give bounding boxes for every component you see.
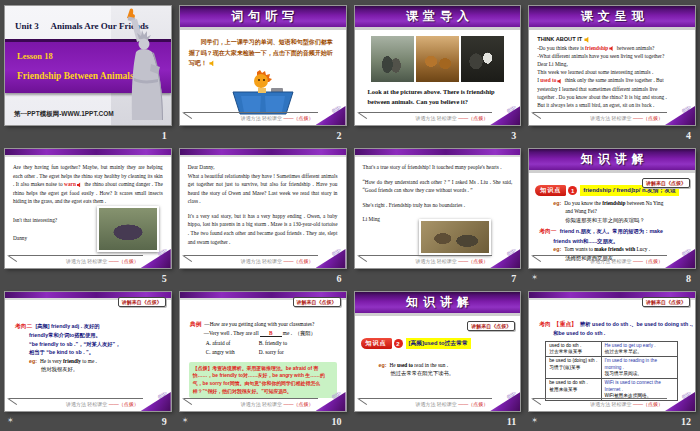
audio-speaker-icon[interactable]	[584, 37, 590, 43]
rule-keyword: friends with	[553, 238, 583, 244]
rule-title-2: 和be used to do sth .	[553, 329, 695, 337]
footer-line	[533, 112, 667, 113]
table-cell: be used to (doing) sth .习惯于(做)某事	[546, 357, 601, 379]
slide-11-thumbnail[interactable]: 知识讲解 讲解来自《点拨》 知识点 2 [高频]used to过去常常 eg:H…	[355, 292, 521, 411]
slide-header: 课堂导入	[355, 6, 521, 30]
slide-10-thumbnail[interactable]: 讲解来自《点拨》 典例—How are you getting along wi…	[180, 292, 346, 411]
slide-9-thumbnail[interactable]: 讲解来自《点拨》 考向二[高频] friendly adj . 友好的 frie…	[5, 292, 171, 411]
slide-cell-3: 课堂导入 Look at the pictures above. There i…	[355, 2, 521, 145]
cell-bar: ✶ 8	[529, 268, 695, 288]
footer-line	[184, 112, 318, 113]
slide-7-thumbnail[interactable]: That's a true story of friendship! It to…	[355, 149, 521, 268]
example-keyword: make friends with	[594, 246, 635, 252]
slide-cell-9: 讲解来自《点拨》 考向二[高频] friendly adj . 友好的 frie…	[5, 288, 171, 431]
table-row: be used to (doing) sth .习惯于(做)某事 I'm use…	[546, 357, 678, 379]
audio-speaker-icon[interactable]	[557, 79, 562, 84]
slide-sorter-grid: Unit 3 Animals Are Our Friends Lesson 18…	[0, 0, 700, 431]
slide-8-thumbnail[interactable]: 知识讲解 讲解来自《点拨》 知识点 1 friendship /ˈfrendʃɪ…	[529, 149, 695, 268]
example-text: read in the sun .	[413, 362, 448, 368]
footer-line	[9, 398, 143, 399]
knowledge-point-row: 知识点 2 [高频]used to过去常常	[361, 338, 515, 349]
slide-footer-text: 讲透方法 轻松课堂 ——（点拨）	[590, 115, 663, 121]
audio-speaker-icon[interactable]	[609, 46, 614, 51]
analysis-note-box: 【点拨】考查语境辨析。采用逻辑推理法。be afraid of 害怕……，be …	[189, 362, 337, 398]
option-b: B. friendly to	[259, 339, 312, 348]
source-badge: 讲解来自《点拨》	[467, 321, 515, 331]
footer-slogan: 讲透方法 轻松课堂	[415, 258, 458, 264]
audio-speaker-icon[interactable]	[209, 60, 215, 66]
lesson-label: Lesson 18	[17, 51, 53, 61]
footer-slogan: 讲透方法 轻松课堂	[590, 258, 633, 264]
footer-line	[359, 255, 493, 256]
option-c: C. angry with	[206, 348, 259, 357]
animation-star-icon[interactable]: ✶	[531, 417, 538, 425]
intro-caption: Look at the pictures above. There is fri…	[368, 87, 508, 107]
header-title: 课文呈现	[576, 8, 649, 25]
slide-2-thumbnail[interactable]: 词句听写 同学们，上一课学习的单词、短语和句型你们都掌握了吗？现在大家来检验一下…	[180, 6, 346, 125]
knowledge-point-number: 2	[394, 339, 403, 348]
footer-slogan: 讲透方法 轻松课堂	[415, 401, 458, 407]
question-text: me .	[282, 330, 292, 336]
slide-header: 词句听写	[180, 6, 346, 30]
knowledge-point-number: 1	[568, 186, 577, 195]
exam-point-label: 考向二	[15, 323, 32, 329]
slide-footer-text: 讲透方法 轻松课堂 ——（点拨）	[590, 258, 663, 264]
question-1-end: between animals?	[615, 45, 654, 51]
animation-star-icon[interactable]: ✶	[531, 274, 538, 282]
footer-line	[359, 398, 493, 399]
body-line: But it always lets a small bird, an egre…	[537, 101, 687, 109]
question-text: —Very well . They are all	[204, 330, 260, 336]
footer-slogan: 讲透方法 轻松课堂	[415, 115, 458, 121]
slide-cell-12: 讲解来自《点拨》 考向【重点】辨析 used to do sth .、be us…	[529, 288, 695, 431]
slide-6-thumbnail[interactable]: Dear Danny, What a beautiful relationshi…	[180, 149, 346, 268]
slide-number: 5	[162, 273, 167, 284]
header-title: 知识讲解	[401, 294, 474, 311]
slide-footer-text: 讲透方法 轻松课堂 ——（点拨）	[415, 115, 488, 121]
keyword-friendship: friendship	[585, 45, 608, 51]
footer-brand: ——（点拨）	[633, 401, 663, 407]
table-cell: I'm used to reading in the morning .我习惯早…	[601, 357, 677, 379]
salutation: Dear Li Ming,	[537, 60, 687, 68]
header-title: 课堂导入	[401, 8, 474, 25]
cell-bar: ✶ 12	[529, 411, 695, 431]
example-text: between Na Ying	[625, 200, 663, 206]
slide-number: 4	[686, 130, 691, 141]
slide-cell-10: 讲解来自《点拨》 典例—How are you getting along wi…	[180, 288, 346, 431]
slide-1-thumbnail[interactable]: Unit 3 Animals Are Our Friends Lesson 18…	[5, 6, 171, 125]
cell-bar: 7	[355, 268, 521, 288]
rule-keyword: make	[649, 228, 663, 234]
source-badge: 讲解来自《点拨》	[642, 178, 690, 188]
dictation-text: 同学们，上一课学习的单词、短语和句型你们都掌握了吗？现在大家来检验一下，点击下面…	[189, 39, 333, 66]
source-badge: 讲解来自《点拨》	[642, 297, 690, 307]
eg-label: eg:	[29, 358, 37, 364]
keyword-used-to: used to	[540, 77, 556, 83]
slide-5-thumbnail[interactable]: Are they having fun together? Maybe, but…	[5, 149, 171, 268]
slide-cell-8: 知识讲解 讲解来自《点拨》 知识点 1 friendship /ˈfrendʃɪ…	[529, 145, 695, 288]
animation-star-icon[interactable]: ✶	[182, 417, 189, 425]
example-question-row: 典例—How are you getting along with your c…	[190, 320, 346, 329]
caption-line-2: between animals. Can you believe it?	[368, 97, 508, 107]
audio-speaker-icon[interactable]	[77, 182, 82, 187]
slide-header: 知识讲解	[355, 292, 521, 316]
footer-slogan: 讲透方法 轻松课堂	[590, 115, 633, 121]
example-keyword: used to	[397, 362, 413, 368]
body-line: together . Do you know about the rhino? …	[537, 93, 687, 101]
slide-3-thumbnail[interactable]: 课堂导入 Look at the pictures above. There i…	[355, 6, 521, 125]
footer-slogan: 讲透方法 轻松课堂	[66, 258, 109, 264]
example-cn: 他过去常常早起。	[605, 349, 674, 355]
animation-star-icon[interactable]: ✶	[7, 417, 14, 425]
comparison-table: used to do sth .过去常常做某事 He used to get u…	[545, 341, 678, 402]
option-a: A. afraid of	[206, 339, 259, 348]
footer-brand: ——（点拨）	[109, 401, 139, 407]
slide-number: 12	[681, 416, 691, 427]
footer-slogan: 讲透方法 轻松课堂	[241, 401, 284, 407]
example-translation: 他对我很友好。	[41, 365, 171, 373]
slide-12-thumbnail[interactable]: 讲解来自《点拨》 考向【重点】辨析 used to do sth .、be us…	[529, 292, 695, 411]
slide-number: 7	[511, 273, 516, 284]
slide-4-thumbnail[interactable]: 课文呈现 THINK ABOUT IT -Do you think there …	[529, 6, 695, 125]
rule-line: “be friendly to sb .”，“对某人友好”，	[29, 340, 171, 348]
source-badge: 讲解来自《点拨》	[118, 297, 166, 307]
statue-of-liberty-image	[110, 8, 170, 120]
rule-line: friendly常和介词to搭配使用。	[29, 331, 171, 339]
exam-point-row: 考向二[高频] friendly adj . 友好的	[15, 322, 171, 331]
